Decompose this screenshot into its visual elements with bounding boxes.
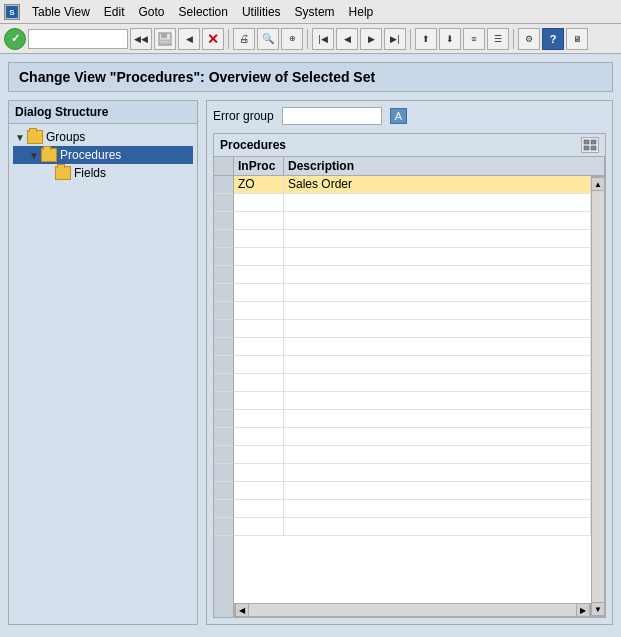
cell-desc-17[interactable] xyxy=(284,482,591,500)
cell-inproc-19[interactable] xyxy=(234,518,284,536)
upload-button[interactable]: ⬆ xyxy=(415,28,437,50)
table-row[interactable] xyxy=(234,320,591,338)
scroll-up-button[interactable]: ▲ xyxy=(591,177,605,191)
table-row[interactable] xyxy=(234,212,591,230)
cell-inproc-4[interactable] xyxy=(234,248,284,266)
error-group-input[interactable] xyxy=(282,107,382,125)
table-row[interactable] xyxy=(234,284,591,302)
cell-desc-10[interactable] xyxy=(284,356,591,374)
cell-desc-18[interactable] xyxy=(284,500,591,518)
nav-start-button[interactable]: ◀◀ xyxy=(130,28,152,50)
table-row[interactable] xyxy=(234,302,591,320)
table-row[interactable] xyxy=(234,464,591,482)
cell-desc-8[interactable] xyxy=(284,320,591,338)
cell-inproc-6[interactable] xyxy=(234,284,284,302)
cell-inproc-5[interactable] xyxy=(234,266,284,284)
find-button[interactable]: 🔍 xyxy=(257,28,279,50)
cell-inproc-18[interactable] xyxy=(234,500,284,518)
save-button[interactable] xyxy=(154,28,176,50)
menu-edit[interactable]: Edit xyxy=(98,3,131,21)
cell-desc-12[interactable] xyxy=(284,392,591,410)
cell-desc-14[interactable] xyxy=(284,428,591,446)
cell-desc-3[interactable] xyxy=(284,230,591,248)
cell-inproc-10[interactable] xyxy=(234,356,284,374)
cancel-button[interactable]: ✕ xyxy=(202,28,224,50)
cell-inproc-17[interactable] xyxy=(234,482,284,500)
table-row[interactable] xyxy=(234,374,591,392)
vertical-scrollbar[interactable]: ▲ ▼ xyxy=(591,176,605,617)
cell-desc-13[interactable] xyxy=(284,410,591,428)
row-number-12 xyxy=(214,392,233,410)
menu-selection[interactable]: Selection xyxy=(173,3,234,21)
prev-record-button[interactable]: ◀ xyxy=(336,28,358,50)
menu-utilities[interactable]: Utilities xyxy=(236,3,287,21)
cell-desc-9[interactable] xyxy=(284,338,591,356)
table-row[interactable] xyxy=(234,230,591,248)
cell-inproc-16[interactable] xyxy=(234,464,284,482)
detail-button[interactable]: ☰ xyxy=(487,28,509,50)
next-record-button[interactable]: ▶ xyxy=(360,28,382,50)
cell-desc-1[interactable] xyxy=(284,194,591,212)
settings-button[interactable]: ⚙ xyxy=(518,28,540,50)
cell-inproc-12[interactable] xyxy=(234,392,284,410)
cell-desc-15[interactable] xyxy=(284,446,591,464)
cell-desc-4[interactable] xyxy=(284,248,591,266)
table-row[interactable] xyxy=(234,338,591,356)
cell-desc-16[interactable] xyxy=(284,464,591,482)
menu-table-view[interactable]: Table View xyxy=(26,3,96,21)
menu-goto[interactable]: Goto xyxy=(133,3,171,21)
help-button[interactable]: ? xyxy=(542,28,564,50)
confirm-button[interactable]: ✓ xyxy=(4,28,26,50)
table-rows[interactable]: ZOSales Order xyxy=(234,176,591,603)
table-row[interactable] xyxy=(234,446,591,464)
cell-inproc-14[interactable] xyxy=(234,428,284,446)
table-row[interactable]: ZOSales Order xyxy=(234,176,591,194)
last-record-button[interactable]: ▶| xyxy=(384,28,406,50)
menu-help[interactable]: Help xyxy=(343,3,380,21)
cell-desc-5[interactable] xyxy=(284,266,591,284)
cell-desc-7[interactable] xyxy=(284,302,591,320)
cell-desc-19[interactable] xyxy=(284,518,591,536)
table-row[interactable] xyxy=(234,194,591,212)
scroll-left-button[interactable]: ◀ xyxy=(235,603,249,617)
cell-inproc-9[interactable] xyxy=(234,338,284,356)
horizontal-scrollbar[interactable]: ◀ ▶ xyxy=(234,603,591,617)
cell-inproc-13[interactable] xyxy=(234,410,284,428)
cell-inproc-7[interactable] xyxy=(234,302,284,320)
cell-desc-6[interactable] xyxy=(284,284,591,302)
scroll-right-button[interactable]: ▶ xyxy=(576,603,590,617)
nav-back-button[interactable]: ◀ xyxy=(178,28,200,50)
cell-inproc-8[interactable] xyxy=(234,320,284,338)
table-row[interactable] xyxy=(234,482,591,500)
find-next-button[interactable]: ⊕ xyxy=(281,28,303,50)
first-record-button[interactable]: |◀ xyxy=(312,28,334,50)
cell-inproc-11[interactable] xyxy=(234,374,284,392)
print-button[interactable]: 🖨 xyxy=(233,28,255,50)
cell-inproc-0[interactable]: ZO xyxy=(234,176,284,194)
table-row[interactable] xyxy=(234,248,591,266)
table-row[interactable] xyxy=(234,410,591,428)
cell-desc-0[interactable]: Sales Order xyxy=(284,176,591,194)
table-settings-button[interactable] xyxy=(581,137,599,153)
table-row[interactable] xyxy=(234,392,591,410)
command-input[interactable] xyxy=(28,29,128,49)
table-row[interactable] xyxy=(234,500,591,518)
cell-desc-2[interactable] xyxy=(284,212,591,230)
cell-inproc-3[interactable] xyxy=(234,230,284,248)
list-button[interactable]: ≡ xyxy=(463,28,485,50)
scroll-down-button[interactable]: ▼ xyxy=(591,602,605,616)
menu-system[interactable]: System xyxy=(289,3,341,21)
table-row[interactable] xyxy=(234,356,591,374)
cell-inproc-1[interactable] xyxy=(234,194,284,212)
tree-item-procedures[interactable]: ▼ Procedures xyxy=(13,146,193,164)
cell-inproc-15[interactable] xyxy=(234,446,284,464)
table-row[interactable] xyxy=(234,428,591,446)
table-row[interactable] xyxy=(234,266,591,284)
download-button[interactable]: ⬇ xyxy=(439,28,461,50)
cell-inproc-2[interactable] xyxy=(234,212,284,230)
tree-item-fields[interactable]: ▶ Fields xyxy=(13,164,193,182)
tree-item-groups[interactable]: ▼ Groups xyxy=(13,128,193,146)
monitor-button[interactable]: 🖥 xyxy=(566,28,588,50)
cell-desc-11[interactable] xyxy=(284,374,591,392)
table-row[interactable] xyxy=(234,518,591,536)
